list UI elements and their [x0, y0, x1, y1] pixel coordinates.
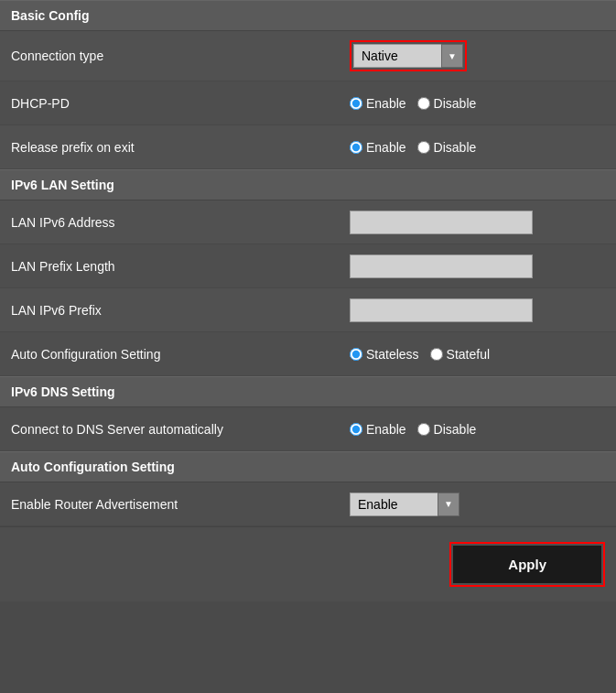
apply-btn-wrapper: Apply	[449, 542, 605, 587]
release-prefix-disable-label[interactable]: Disable	[417, 140, 477, 155]
section-title-basic-config: Basic Config	[11, 8, 90, 23]
connection-type-select-wrapper: Native PPPoE Static	[353, 44, 463, 68]
dhcp-pd-enable-label[interactable]: Enable	[350, 96, 406, 111]
connect-dns-enable-label[interactable]: Enable	[350, 422, 406, 437]
label-connection-type: Connection type	[11, 49, 350, 63]
label-release-prefix: Release prefix on exit	[11, 140, 350, 155]
connection-type-select[interactable]: Native PPPoE Static	[353, 44, 463, 68]
row-connection-type: Connection type Native PPPoE Static	[0, 31, 616, 81]
auto-config-stateless-label[interactable]: Stateless	[350, 347, 419, 362]
label-lan-ipv6-prefix: LAN IPv6 Prefix	[11, 303, 350, 318]
label-enable-router-adv: Enable Router Advertisement	[11, 497, 350, 512]
section-header-auto-config: Auto Configuration Setting	[0, 451, 616, 482]
auto-config-stateless-radio[interactable]	[350, 348, 362, 361]
control-connect-dns: Enable Disable	[350, 422, 605, 437]
label-lan-prefix-length: LAN Prefix Length	[11, 259, 350, 274]
connect-dns-disable-label[interactable]: Disable	[417, 422, 477, 437]
control-lan-prefix-length	[350, 254, 605, 278]
section-title-ipv6-dns: IPv6 DNS Setting	[11, 384, 115, 399]
control-lan-ipv6-prefix	[350, 298, 605, 322]
router-adv-select[interactable]: Enable Disable	[350, 493, 459, 516]
section-title-auto-config: Auto Configuration Setting	[11, 460, 175, 474]
release-prefix-enable-radio[interactable]	[350, 141, 362, 154]
control-dhcp-pd: Enable Disable	[350, 96, 605, 111]
row-enable-router-adv: Enable Router Advertisement Enable Disab…	[0, 482, 616, 526]
label-dhcp-pd: DHCP-PD	[11, 96, 350, 111]
control-connection-type: Native PPPoE Static	[350, 40, 605, 71]
lan-ipv6-address-input[interactable]	[350, 211, 533, 234]
connection-type-highlight: Native PPPoE Static	[350, 40, 467, 71]
connect-dns-disable-radio[interactable]	[417, 423, 430, 436]
label-connect-dns: Connect to DNS Server automatically	[11, 422, 350, 437]
control-lan-ipv6-address	[350, 211, 605, 234]
dhcp-pd-enable-radio[interactable]	[350, 97, 362, 110]
control-enable-router-adv: Enable Disable	[350, 493, 605, 516]
row-lan-ipv6-address: LAN IPv6 Address	[0, 200, 616, 244]
apply-area: Apply	[0, 526, 616, 601]
control-release-prefix: Enable Disable	[350, 140, 605, 155]
section-header-ipv6-lan: IPv6 LAN Setting	[0, 169, 616, 200]
dhcp-pd-disable-label[interactable]: Disable	[417, 96, 477, 111]
label-auto-config-lan: Auto Configuration Setting	[11, 347, 350, 362]
section-header-basic-config: Basic Config	[0, 0, 616, 31]
section-title-ipv6-lan: IPv6 LAN Setting	[11, 178, 114, 192]
row-dhcp-pd: DHCP-PD Enable Disable	[0, 81, 616, 125]
row-release-prefix: Release prefix on exit Enable Disable	[0, 125, 616, 169]
row-lan-ipv6-prefix: LAN IPv6 Prefix	[0, 288, 616, 332]
auto-config-stateful-radio[interactable]	[430, 348, 443, 361]
control-auto-config-lan: Stateless Stateful	[350, 347, 605, 362]
lan-ipv6-prefix-input[interactable]	[350, 298, 533, 322]
dhcp-pd-disable-radio[interactable]	[417, 97, 430, 110]
router-adv-select-wrapper: Enable Disable	[350, 493, 459, 516]
row-lan-prefix-length: LAN Prefix Length	[0, 244, 616, 288]
section-header-ipv6-dns: IPv6 DNS Setting	[0, 376, 616, 407]
lan-prefix-length-input[interactable]	[350, 254, 533, 278]
apply-button[interactable]: Apply	[453, 546, 601, 583]
page-container: Basic Config Connection type Native PPPo…	[0, 0, 616, 601]
release-prefix-disable-radio[interactable]	[417, 141, 430, 154]
label-lan-ipv6-address: LAN IPv6 Address	[11, 215, 350, 230]
release-prefix-enable-label[interactable]: Enable	[350, 140, 406, 155]
auto-config-stateful-label[interactable]: Stateful	[430, 347, 490, 362]
row-connect-dns: Connect to DNS Server automatically Enab…	[0, 407, 616, 451]
connect-dns-enable-radio[interactable]	[350, 423, 362, 436]
row-auto-config-lan: Auto Configuration Setting Stateless Sta…	[0, 332, 616, 376]
